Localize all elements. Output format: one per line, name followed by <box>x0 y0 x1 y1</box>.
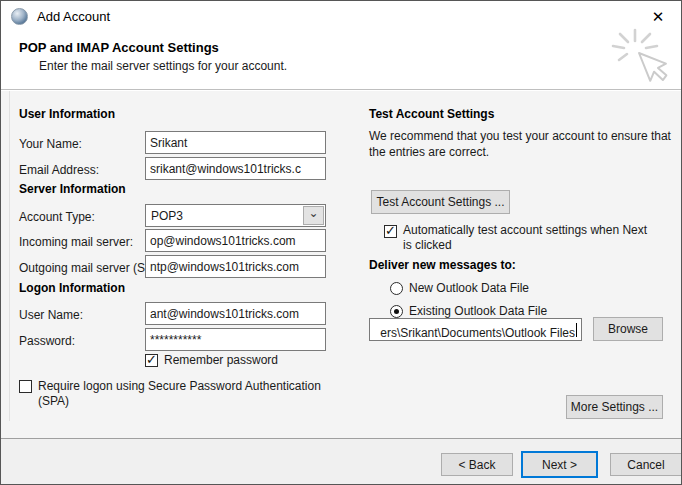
test-account-settings-heading: Test Account Settings <box>369 107 494 121</box>
incoming-server-input[interactable]: op@windows101tricks.com <box>145 229 326 252</box>
existing-data-file-radio[interactable] <box>390 305 403 318</box>
account-type-value: POP3 <box>151 209 183 223</box>
incoming-server-value: op@windows101tricks.com <box>150 234 296 248</box>
email-address-label: Email Address: <box>19 163 99 177</box>
panel-edge-line <box>9 91 10 421</box>
back-button[interactable]: < Back <box>441 453 513 476</box>
user-name-input[interactable]: ant@windows101tricks.com <box>145 302 326 325</box>
titlebar: Add Account ✕ <box>1 1 681 31</box>
server-information-heading: Server Information <box>19 182 126 196</box>
new-data-file-label: New Outlook Data File <box>409 281 529 296</box>
your-name-label: Your Name: <box>19 137 82 151</box>
page-title: POP and IMAP Account Settings <box>19 40 219 55</box>
data-file-path-value: ers\Srikant\Documents\Outlook Files <box>380 323 577 340</box>
user-name-label: User Name: <box>19 308 83 322</box>
deliver-messages-heading: Deliver new messages to: <box>369 258 516 272</box>
add-account-icon <box>11 8 28 25</box>
window-title: Add Account <box>37 9 110 24</box>
spa-checkbox[interactable] <box>19 380 32 393</box>
logon-information-heading: Logon Information <box>19 281 125 295</box>
outgoing-server-value: ntp@windows101tricks.com <box>150 260 299 274</box>
text-caret <box>576 323 577 337</box>
auto-test-checkbox[interactable] <box>384 225 397 238</box>
auto-test-label: Automatically test account settings when… <box>403 223 659 253</box>
password-value: *********** <box>150 333 201 347</box>
account-type-dropdown-button[interactable]: ⌄ <box>303 206 324 225</box>
close-icon[interactable]: ✕ <box>647 6 669 28</box>
add-account-dialog: Add Account ✕ POP and IMAP Account Setti… <box>0 0 682 485</box>
remember-password-label: Remember password <box>164 353 278 368</box>
browse-button[interactable]: Browse <box>593 317 663 341</box>
your-name-input[interactable]: Srikant <box>145 131 326 154</box>
account-type-label: Account Type: <box>19 210 95 224</box>
wizard-body: User Information Your Name: Srikant Emai… <box>1 91 681 438</box>
wizard-header: POP and IMAP Account Settings Enter the … <box>1 31 681 90</box>
existing-data-file-label: Existing Outlook Data File <box>409 304 547 319</box>
more-settings-button[interactable]: More Settings ... <box>566 395 663 419</box>
data-file-path-input[interactable]: ers\Srikant\Documents\Outlook Files <box>369 318 582 341</box>
click-cursor-graphic <box>609 27 673 89</box>
account-type-select[interactable]: POP3 ⌄ <box>145 204 326 227</box>
wizard-footer: < Back Next > Cancel <box>1 438 681 485</box>
user-name-value: ant@windows101tricks.com <box>150 307 299 321</box>
new-data-file-radio[interactable] <box>390 282 403 295</box>
password-input[interactable]: *********** <box>145 328 326 351</box>
chevron-down-icon: ⌄ <box>308 209 318 217</box>
incoming-server-label: Incoming mail server: <box>19 235 133 249</box>
outgoing-server-input[interactable]: ntp@windows101tricks.com <box>145 255 326 278</box>
user-information-heading: User Information <box>19 107 115 121</box>
your-name-value: Srikant <box>150 136 187 150</box>
test-account-settings-button[interactable]: Test Account Settings ... <box>371 190 510 214</box>
spa-label: Require logon using Secure Password Auth… <box>38 379 343 409</box>
test-account-settings-description: We recommend that you test your account … <box>369 128 671 160</box>
cancel-button[interactable]: Cancel <box>610 453 682 476</box>
page-subtitle: Enter the mail server settings for your … <box>39 59 287 73</box>
email-address-value: srikant@windows101tricks.c <box>150 162 301 176</box>
remember-password-checkbox[interactable] <box>145 354 158 367</box>
next-button[interactable]: Next > <box>521 451 598 478</box>
password-label: Password: <box>19 334 75 348</box>
email-address-input[interactable]: srikant@windows101tricks.c <box>145 157 326 180</box>
